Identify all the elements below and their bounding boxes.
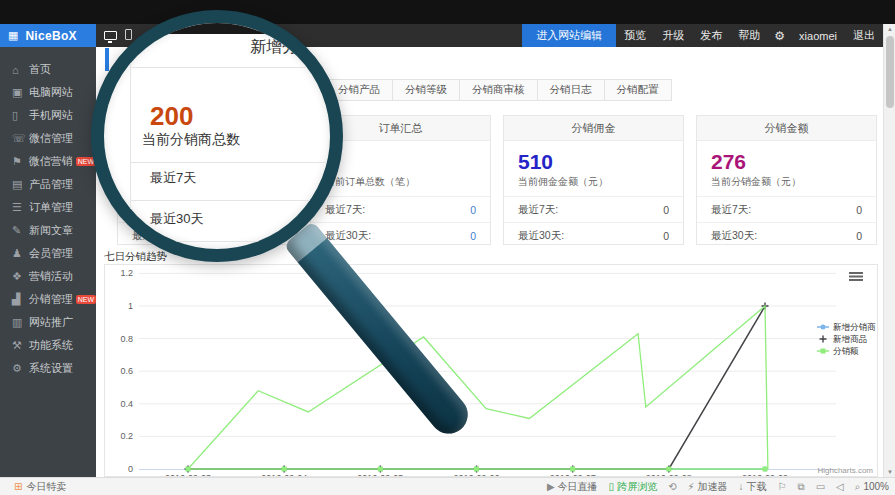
x-tick-label: 2016-09-09 xyxy=(742,473,788,476)
speaker-icon: ◁ xyxy=(836,481,844,492)
page-scrollbar[interactable]: ▲ ▼ xyxy=(883,24,895,477)
sidebar-item-2[interactable]: ▣电脑网站 xyxy=(0,81,96,104)
card-label: 当前订单总数（笔） xyxy=(325,175,476,189)
magnifier-glass: 新增分销商 200 当前分销商总数 最近7天 最近30天 xyxy=(91,10,343,262)
nav-link-upgrade[interactable]: 升级 xyxy=(654,28,692,43)
status-icon[interactable]: ◁ xyxy=(836,481,844,492)
status-icon[interactable]: ⚐ xyxy=(778,481,787,492)
row-key: 最近30天: xyxy=(518,229,564,243)
sidebar-item-4[interactable]: ☏微信管理 xyxy=(0,127,96,150)
y-tick-label: 0.2 xyxy=(120,431,133,441)
promotion-icon: ▥ xyxy=(12,316,29,329)
sidebar-item-5[interactable]: ⚑微信营销NEW xyxy=(0,150,96,173)
magnified-divider xyxy=(130,67,330,68)
sidebar-item-9[interactable]: ♟会员管理 xyxy=(0,242,96,265)
tab-3[interactable]: 分销商审核 xyxy=(460,79,538,101)
sidebar-item-10[interactable]: ❖营销活动 xyxy=(0,265,96,288)
sidebar-item-11[interactable]: ▟分销管理NEW xyxy=(0,288,96,311)
row-key: 最近30天: xyxy=(711,229,757,243)
sidebar-item-label: 功能系统 xyxy=(29,338,73,353)
magnified-row-7days: 最近7天 xyxy=(150,169,196,187)
card-label: 当前佣金金额（元） xyxy=(518,175,669,189)
y-tick-label: 1 xyxy=(128,301,133,311)
sidebar-item-3[interactable]: ▯手机网站 xyxy=(0,104,96,127)
sidebar-item-6[interactable]: ▤产品管理 xyxy=(0,173,96,196)
y-tick-label: 1.2 xyxy=(120,268,133,278)
refresh-icon: ⟲ xyxy=(668,481,676,492)
nav-link-help[interactable]: 帮助 xyxy=(730,28,768,43)
card-value xyxy=(325,150,476,174)
status-icon[interactable]: ⟲ xyxy=(668,481,676,492)
nav-link-publish[interactable]: 发布 xyxy=(692,28,730,43)
status-label: 今日直播 xyxy=(558,480,598,494)
status-label: 下载 xyxy=(747,480,767,494)
sidebar-item-label: 手机网站 xyxy=(29,108,73,123)
svg-text:新增分销商: 新增分销商 xyxy=(833,322,876,332)
gear-icon[interactable]: ⚙ xyxy=(768,29,791,43)
status-icon[interactable]: ⧉ xyxy=(798,481,805,493)
row-value[interactable]: 0 xyxy=(470,230,476,242)
desktop-preview-icon[interactable] xyxy=(104,30,117,42)
username[interactable]: xiaomei xyxy=(791,30,845,42)
row-value[interactable]: 0 xyxy=(663,204,669,216)
status-label: 加速器 xyxy=(698,480,728,494)
x-tick-label: 2016-09-06 xyxy=(453,473,499,476)
sidebar-item-13[interactable]: ⚒功能系统 xyxy=(0,334,96,357)
y-tick-label: 0.6 xyxy=(120,366,133,376)
row-value[interactable]: 0 xyxy=(856,230,862,242)
sidebar-item-label: 网站推广 xyxy=(29,315,73,330)
sidebar-item-1[interactable]: ⌂首页 xyxy=(0,58,96,81)
new-badge: NEW xyxy=(76,295,96,304)
sidebar-item-8[interactable]: ✎新闻文章 xyxy=(0,219,96,242)
stat-card-3: 分销佣金510当前佣金金额（元）最近7天:0最近30天:0 xyxy=(503,115,684,245)
marker-square xyxy=(666,467,671,472)
phone-icon: ▯ xyxy=(609,481,615,492)
scroll-down-arrow[interactable]: ▼ xyxy=(884,469,895,475)
sidebar-item-7[interactable]: ☰订单管理 xyxy=(0,196,96,219)
marker-plus xyxy=(820,336,827,343)
row-value[interactable]: 0 xyxy=(856,204,862,216)
today-sale-button[interactable]: ⊞ 今日特卖 xyxy=(14,480,66,494)
flag-icon: ⚐ xyxy=(778,481,787,492)
nav-link-preview[interactable]: 预览 xyxy=(616,28,654,43)
status-icon[interactable]: ▭ xyxy=(816,481,825,492)
status-accelerator[interactable]: ⚡加速器 xyxy=(688,480,728,494)
enter-site-edit-button[interactable]: 进入网站编辑 xyxy=(522,24,616,47)
mobile-preview-icon[interactable] xyxy=(125,29,132,42)
status-label: 跨屏浏览 xyxy=(617,480,657,494)
card-row: 最近30天:0 xyxy=(504,222,683,248)
scroll-up-arrow[interactable]: ▲ xyxy=(884,26,895,32)
status-zoom[interactable]: ⌕100% xyxy=(855,481,889,493)
wechat-icon: ☏ xyxy=(12,132,29,145)
app-logo[interactable]: ▦ NiceBoX xyxy=(0,24,96,47)
apps-grid-icon: ▦ xyxy=(8,30,18,41)
status-download[interactable]: ↓下载 xyxy=(739,480,767,494)
product-icon: ▤ xyxy=(12,178,29,191)
row-value[interactable]: 0 xyxy=(470,204,476,216)
function-icon: ⚒ xyxy=(12,339,29,352)
tab-4[interactable]: 分销日志 xyxy=(538,79,605,101)
card-title: 分销金额 xyxy=(697,116,876,141)
row-key: 最近30天: xyxy=(325,229,371,243)
legend-item-新增分销商[interactable]: 新增分销商 xyxy=(817,322,876,332)
sidebar-item-label: 产品管理 xyxy=(29,177,73,192)
tab-5[interactable]: 分销配置 xyxy=(605,79,672,101)
marker-circle xyxy=(821,325,826,330)
legend-item-分销额[interactable]: 分销额 xyxy=(817,346,859,356)
card-value: 510 xyxy=(518,150,669,174)
card-row: 最近7天:0 xyxy=(697,196,876,222)
distribution-tabs: 分销产品分销等级分销商审核分销日志分销配置 xyxy=(325,79,672,101)
row-key: 最近7天: xyxy=(711,203,751,217)
chart-menu-icon[interactable] xyxy=(849,272,863,281)
member-icon: ♟ xyxy=(12,247,29,260)
series-line-新增商品 xyxy=(188,306,765,469)
sidebar-item-12[interactable]: ▥网站推广 xyxy=(0,311,96,334)
row-value[interactable]: 0 xyxy=(663,230,669,242)
sidebar-item-14[interactable]: ⚙系统设置 xyxy=(0,357,96,380)
x-tick-label: 2016-09-04 xyxy=(261,473,307,476)
scrollbar-thumb[interactable] xyxy=(886,36,894,108)
tab-2[interactable]: 分销等级 xyxy=(393,79,460,101)
status-play[interactable]: ▶今日直播 xyxy=(547,480,598,494)
status-phone[interactable]: ▯跨屏浏览 xyxy=(609,480,658,494)
logout-link[interactable]: 退出 xyxy=(845,28,883,43)
